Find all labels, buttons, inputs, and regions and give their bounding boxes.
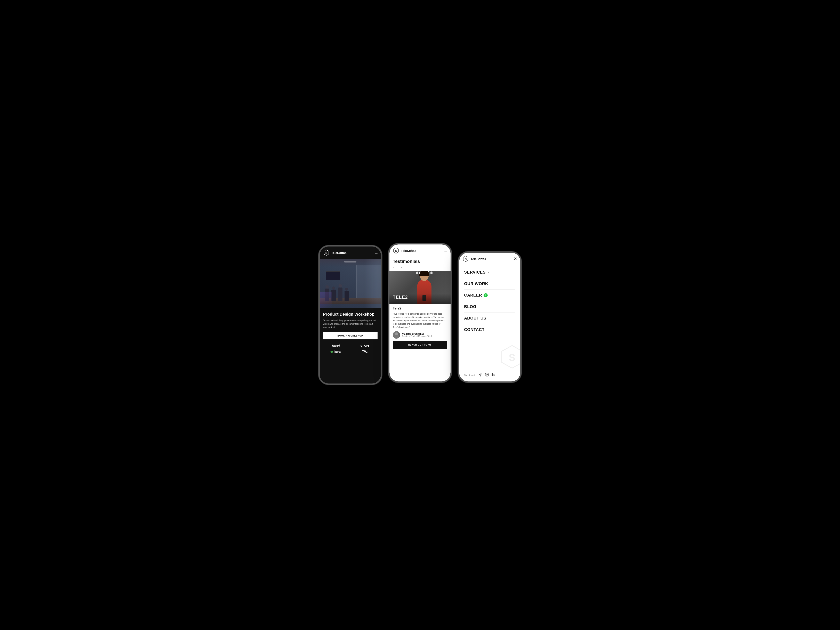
menu-item-career[interactable]: CAREER 2 — [464, 290, 515, 301]
tv2-logo: TV2 — [352, 350, 377, 354]
instagram-icon[interactable] — [485, 373, 489, 377]
testimonials-header: Testimonials ← → — [390, 257, 450, 271]
tele2-hero-image: TELE2 — [390, 271, 450, 304]
svg-point-12 — [492, 373, 493, 374]
prev-arrow[interactable]: ← — [393, 266, 396, 270]
menu-item-services[interactable]: SERVICES ∨ — [464, 267, 515, 278]
phone3-logo-icon: S — [463, 256, 469, 262]
blog-label: BLOG — [464, 304, 477, 309]
brand-logos: ferrari VIAVI ⊕ kurts TV2 — [323, 343, 377, 355]
services-chevron: ∨ — [487, 271, 489, 274]
phone1-content: Product Design Workshop Our experts will… — [320, 308, 381, 358]
phone-2: S TeleSoftas Testimonials ← → — [388, 243, 452, 383]
menu-watermark: S — [500, 344, 520, 369]
phone2-logo-area: S TeleSoftas — [393, 247, 416, 254]
phone2-hamburger[interactable] — [443, 250, 447, 251]
phone2-logo-icon: S — [393, 247, 399, 254]
close-menu-button[interactable]: ✕ — [513, 257, 517, 261]
tele2-quote-text: " We looked for a partner to help us del… — [393, 312, 447, 329]
svg-point-9 — [486, 374, 488, 375]
career-badge: 2 — [483, 293, 488, 297]
next-arrow[interactable]: → — [399, 266, 403, 270]
phones-container: S TeleSoftas — [319, 245, 521, 385]
services-label: SERVICES — [464, 270, 486, 275]
svg-rect-8 — [485, 373, 488, 376]
phone1-hamburger[interactable] — [373, 252, 377, 253]
tele2-testimonial-card: Tele2 " We looked for a partner to help … — [390, 304, 450, 351]
svg-text:S: S — [395, 249, 397, 253]
phone3-navbar: S TeleSoftas ✕ — [459, 253, 520, 265]
svg-text:S: S — [509, 352, 515, 363]
menu-item-our-work[interactable]: OUR WORK — [464, 278, 515, 290]
testimonial-author: Vaidotas Bražinskas Services Product Man… — [393, 331, 447, 339]
phone1-logo-area: S TeleSoftas — [323, 249, 347, 256]
contact-label: CONTACT — [464, 327, 485, 332]
phone-1: S TeleSoftas — [319, 245, 382, 385]
svg-text:S: S — [465, 257, 467, 261]
phone2-logo-text: TeleSoftas — [401, 249, 416, 253]
author-name: Vaidotas Bražinskas — [402, 333, 432, 335]
author-avatar — [393, 331, 400, 339]
menu-item-about-us[interactable]: ABOUT US — [464, 313, 515, 324]
svg-rect-11 — [492, 374, 493, 376]
reach-out-button[interactable]: REACH OUT TO US — [393, 341, 447, 349]
menu-item-blog[interactable]: BLOG — [464, 301, 515, 313]
phone1-navbar: S TeleSoftas — [320, 246, 381, 259]
book-workshop-button[interactable]: BOOK A WORKSHOP — [323, 332, 377, 339]
tele2-company-name: Tele2 — [393, 306, 447, 311]
phone1-logo-text: TeleSoftas — [331, 251, 347, 254]
ferrari-logo: ferrari — [323, 344, 349, 347]
viavi-logo: VIAVI — [352, 344, 377, 347]
tele2-logo-overlay: TELE2 — [393, 294, 408, 300]
linkedin-icon[interactable] — [491, 373, 495, 377]
our-work-label: OUR WORK — [464, 281, 488, 286]
kurts-logo: ⊕ kurts — [323, 350, 349, 354]
phone1-title: Product Design Workshop — [323, 312, 377, 317]
phone2-navbar: S TeleSoftas — [390, 245, 450, 257]
stay-tuned-label: Stay tuned: — [464, 374, 475, 376]
menu-content: SERVICES ∨ OUR WORK CAREER 2 BLOG ABOUT … — [459, 265, 520, 339]
phone3-logo-text: TeleSoftas — [471, 257, 486, 261]
phone3-logo-area: S TeleSoftas — [463, 256, 486, 262]
svg-marker-6 — [502, 346, 520, 368]
phone1-logo-icon: S — [323, 249, 330, 256]
author-info: Vaidotas Bražinskas Services Product Man… — [402, 333, 432, 337]
career-label: CAREER — [464, 293, 482, 298]
phone-3: S TeleSoftas ✕ SERVICES ∨ OUR WORK CAREE… — [458, 251, 521, 383]
menu-item-contact[interactable]: CONTACT — [464, 324, 515, 335]
menu-footer: Stay tuned: — [464, 373, 515, 377]
testimonials-title: Testimonials — [393, 259, 447, 264]
author-role: Services Product Manager, Tele2 — [402, 335, 432, 337]
svg-text:S: S — [325, 251, 327, 254]
about-us-label: ABOUT US — [464, 316, 486, 321]
phone1-hero-image — [320, 259, 381, 308]
testimonials-nav: ← → — [393, 266, 447, 270]
phone1-description: Our experts will help you create a compe… — [323, 319, 377, 329]
facebook-icon[interactable] — [478, 373, 482, 377]
